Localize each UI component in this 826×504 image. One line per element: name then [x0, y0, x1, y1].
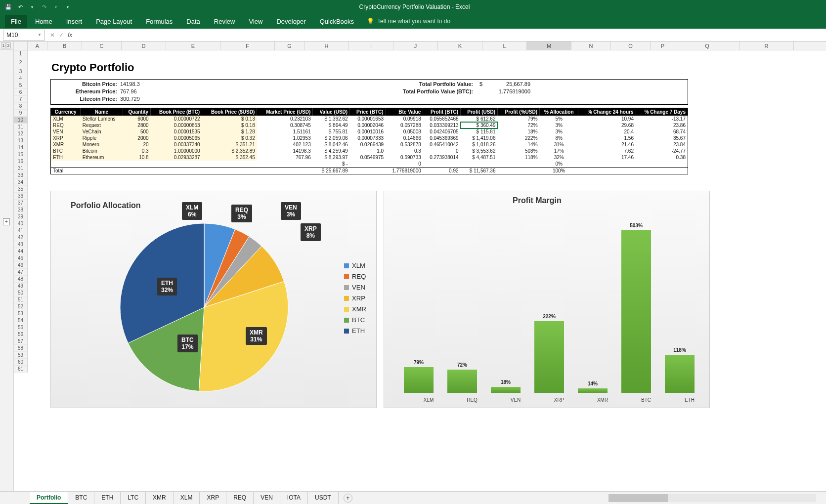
table-row[interactable]: $ -00%: [51, 161, 688, 168]
row-header-1[interactable]: 1: [14, 50, 27, 57]
formula-input[interactable]: [75, 30, 826, 41]
name-box-dropdown-icon[interactable]: ▼: [38, 33, 42, 37]
row-headers[interactable]: 1234567891011121314151631333435363738394…: [14, 50, 28, 373]
row-header-12[interactable]: 12: [14, 130, 27, 137]
undo-dropdown-icon[interactable]: ▼: [28, 2, 37, 11]
table-row[interactable]: BTCBitcoin0.31.00000000$ 2,352.8914198.3…: [51, 148, 688, 154]
column-header-A[interactable]: A: [28, 42, 47, 50]
redo-icon[interactable]: ↷: [40, 2, 48, 11]
outline-levels[interactable]: 1 2: [0, 42, 13, 50]
column-header-C[interactable]: C: [82, 42, 122, 50]
row-header-50[interactable]: 50: [14, 290, 27, 296]
table-row[interactable]: ETHEthereum10.80.02933287$ 352.45767.96$…: [51, 154, 688, 161]
table-row[interactable]: XRPRipple20000.00005065$ 0.321.02953$ 2,…: [51, 135, 688, 141]
redo-dropdown-icon[interactable]: ▼: [51, 2, 60, 11]
row-header-34[interactable]: 34: [14, 179, 27, 186]
portfolio-table[interactable]: CurrencyNameQuantityBook Price (BTC)Book…: [50, 108, 688, 174]
column-header-M[interactable]: M: [527, 42, 571, 50]
column-header-I[interactable]: I: [349, 42, 393, 50]
add-sheet-button[interactable]: +: [344, 494, 352, 503]
outline-expand-icon[interactable]: +: [3, 218, 10, 225]
sheet-tab-portfolio[interactable]: Portfolio: [30, 492, 68, 504]
column-header-D[interactable]: D: [122, 42, 166, 50]
row-header-41[interactable]: 41: [14, 227, 27, 234]
ribbon-tab-pagelayout[interactable]: Page Layout: [90, 15, 138, 28]
column-header-J[interactable]: J: [393, 42, 438, 50]
column-header-K[interactable]: K: [438, 42, 482, 50]
sheet-tab-usdt[interactable]: USDT: [308, 492, 339, 504]
ribbon-tab-insert[interactable]: Insert: [60, 15, 88, 28]
ribbon-tab-review[interactable]: Review: [208, 15, 241, 28]
row-header-55[interactable]: 55: [14, 324, 27, 331]
row-header-38[interactable]: 38: [14, 207, 27, 213]
row-header-42[interactable]: 42: [14, 234, 27, 241]
column-header-E[interactable]: E: [166, 42, 220, 50]
row-header-31[interactable]: 31: [14, 165, 27, 172]
row-header-44[interactable]: 44: [14, 248, 27, 255]
sheet-tab-xmr[interactable]: XMR: [146, 492, 174, 504]
row-header-40[interactable]: 40: [14, 220, 27, 227]
horizontal-scrollbar[interactable]: [609, 494, 816, 502]
row-header-37[interactable]: 37: [14, 200, 27, 207]
row-header-6[interactable]: 6: [14, 89, 27, 96]
row-header-15[interactable]: 15: [14, 151, 27, 158]
row-header-35[interactable]: 35: [14, 186, 27, 193]
row-header-45[interactable]: 45: [14, 255, 27, 262]
column-header-R[interactable]: R: [739, 42, 794, 50]
outline-level-2[interactable]: 2: [6, 42, 11, 48]
row-header-59[interactable]: 59: [14, 352, 27, 359]
row-header-56[interactable]: 56: [14, 331, 27, 338]
fx-icon[interactable]: fx: [68, 32, 72, 39]
row-header-51[interactable]: 51: [14, 296, 27, 303]
ribbon-tab-formulas[interactable]: Formulas: [140, 15, 178, 28]
tell-me-search[interactable]: 💡 Tell me what you want to do: [367, 18, 450, 25]
row-header-49[interactable]: 49: [14, 283, 27, 290]
column-headers[interactable]: ABCDEFGHIJKLMNOPQR: [14, 42, 826, 50]
name-box[interactable]: M10 ▼: [3, 30, 45, 41]
row-header-36[interactable]: 36: [14, 193, 27, 200]
ribbon-tab-home[interactable]: Home: [29, 15, 58, 28]
row-header-58[interactable]: 58: [14, 345, 27, 352]
column-header-B[interactable]: B: [47, 42, 82, 50]
ribbon-tab-data[interactable]: Data: [180, 15, 206, 28]
sheet-tab-eth[interactable]: ETH: [94, 492, 121, 504]
sheet-tab-req[interactable]: REQ: [226, 492, 254, 504]
sheet-tab-btc[interactable]: BTC: [68, 492, 94, 504]
undo-icon[interactable]: ↶: [16, 2, 25, 11]
row-header-11[interactable]: 11: [14, 124, 27, 130]
table-row[interactable]: XLMStellar Lumens60000.00000722$ 0.130.2…: [51, 116, 688, 122]
row-header-2[interactable]: 2: [14, 57, 27, 68]
worksheet-grid[interactable]: 1 2 + ABCDEFGHIJKLMNOPQR 123456789101112…: [0, 42, 826, 491]
row-header-3[interactable]: 3: [14, 68, 27, 75]
sheet-tab-xlm[interactable]: XLM: [174, 492, 200, 504]
row-header-48[interactable]: 48: [14, 276, 27, 283]
column-header-P[interactable]: P: [651, 42, 675, 50]
cancel-formula-icon[interactable]: ✕: [50, 32, 55, 39]
row-header-10[interactable]: 10: [14, 117, 27, 124]
row-header-8[interactable]: 8: [14, 103, 27, 110]
row-header-9[interactable]: 9: [14, 110, 27, 117]
ribbon-tab-quickbooks[interactable]: QuickBooks: [314, 15, 360, 28]
allocation-pie-chart[interactable]: Porfolio Allocation XLMREQVENXRPXMRBTCET…: [50, 191, 377, 408]
qat-customize-icon[interactable]: ▾: [63, 2, 72, 11]
row-header-43[interactable]: 43: [14, 241, 27, 248]
ribbon-tab-view[interactable]: View: [243, 15, 268, 28]
row-header-57[interactable]: 57: [14, 338, 27, 345]
row-header-33[interactable]: 33: [14, 172, 27, 179]
sheet-canvas[interactable]: Crypto Portfolio Bitcoin Price:14198.3 E…: [28, 50, 826, 491]
sheet-tab-iota[interactable]: IOTA: [280, 492, 308, 504]
table-row[interactable]: REQRequest28000.00000853$ 0.180.308745$ …: [51, 122, 688, 128]
column-header-G[interactable]: G: [275, 42, 304, 50]
column-header-L[interactable]: L: [482, 42, 527, 50]
row-header-52[interactable]: 52: [14, 303, 27, 310]
save-icon[interactable]: 💾: [4, 2, 13, 11]
column-header-N[interactable]: N: [571, 42, 611, 50]
column-header-H[interactable]: H: [304, 42, 349, 50]
select-all-corner[interactable]: [14, 42, 28, 50]
column-header-F[interactable]: F: [220, 42, 275, 50]
scrollbar-thumb[interactable]: [609, 494, 668, 502]
outline-level-1[interactable]: 1: [1, 42, 6, 48]
row-header-47[interactable]: 47: [14, 269, 27, 276]
row-header-16[interactable]: 16: [14, 158, 27, 165]
row-header-7[interactable]: 7: [14, 96, 27, 103]
